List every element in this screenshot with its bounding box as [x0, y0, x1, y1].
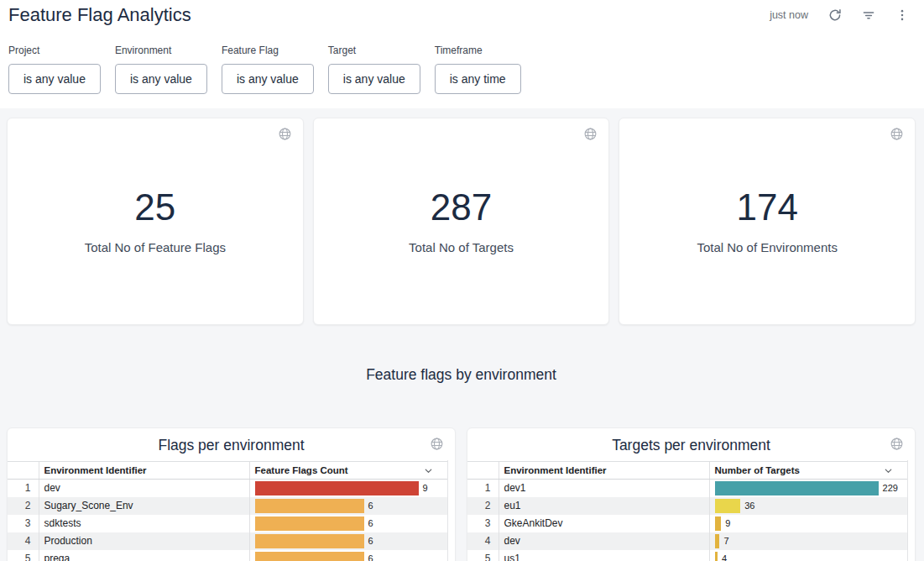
- kpi-value: 287: [431, 189, 492, 226]
- filter-group-timeframe: Timeframe is any time: [435, 45, 521, 94]
- row-index: 3: [8, 515, 39, 532]
- row-index: 1: [8, 480, 39, 497]
- table-row: 3 sdktests 6: [8, 515, 447, 532]
- bar-value: 4: [722, 553, 727, 561]
- target-filter-button[interactable]: is any value: [328, 64, 420, 94]
- table-row: 4 dev 7: [467, 532, 907, 550]
- row-index-header: [467, 462, 499, 480]
- dashboard-topbar: Feature Flag Analytics just now: [0, 0, 924, 39]
- tile-title: Flags per environment: [8, 436, 455, 454]
- table-row: 2 Sugary_Scone_Env 6: [8, 497, 447, 515]
- bar-value: 6: [368, 553, 373, 561]
- bar-cell: 7: [709, 532, 907, 550]
- section-title: Feature flags by environment: [7, 365, 916, 384]
- bar: [255, 481, 419, 495]
- bar-value: 6: [368, 518, 373, 528]
- row-index: 1: [467, 480, 499, 497]
- project-filter-button[interactable]: is any value: [8, 64, 101, 94]
- globe-icon: [583, 127, 598, 141]
- kpi-label: Total No of Targets: [409, 240, 514, 254]
- bar-value: 6: [368, 501, 373, 511]
- feature-flag-filter-button[interactable]: is any value: [222, 64, 314, 94]
- filter-label: Target: [328, 45, 420, 56]
- row-index: 4: [467, 532, 499, 550]
- table-row: 1 dev 9: [8, 480, 447, 497]
- chevron-down-icon[interactable]: [883, 465, 894, 476]
- bar-cell: 9: [249, 480, 447, 497]
- filter-label: Timeframe: [435, 45, 521, 56]
- flags-per-environment-card: Flags per environment Environment Identi…: [7, 427, 456, 561]
- bar: [255, 516, 364, 531]
- bar: [715, 499, 741, 513]
- table-row: 4 Production 6: [8, 532, 447, 550]
- bar-cell: 4: [709, 550, 907, 561]
- kpi-card-environments: 174 Total No of Environments: [619, 118, 916, 325]
- bar: [255, 552, 364, 561]
- table-row: 5 us1 4: [467, 550, 907, 561]
- tile-title: Targets per environment: [467, 436, 915, 454]
- table-row: 5 prega 6: [8, 550, 447, 561]
- bar-cell: 36: [709, 497, 907, 515]
- filter-label: Environment: [115, 45, 207, 56]
- globe-icon: [890, 437, 904, 451]
- filter-bar: Project is any value Environment is any …: [0, 39, 924, 108]
- table-row: 3 GkeAnkitDev 9: [467, 515, 907, 532]
- table-header-row: Environment Identifier Number of Targets: [467, 462, 907, 480]
- column-header-count[interactable]: Number of Targets: [709, 462, 907, 480]
- kpi-label: Total No of Feature Flags: [85, 240, 226, 254]
- environment-identifier-cell: Production: [39, 532, 249, 550]
- bar-cell: 229: [709, 480, 907, 497]
- table-header-row: Environment Identifier Feature Flags Cou…: [8, 462, 447, 480]
- column-header-label: Feature Flags Count: [255, 465, 348, 475]
- bar-value: 6: [368, 536, 373, 546]
- column-header-count[interactable]: Feature Flags Count: [249, 462, 447, 480]
- environment-identifier-cell: dev1: [499, 480, 709, 497]
- column-header-identifier[interactable]: Environment Identifier: [39, 462, 249, 480]
- column-header-label: Number of Targets: [715, 465, 800, 475]
- targets-table: Environment Identifier Number of Targets…: [467, 461, 907, 561]
- topbar-controls: just now: [770, 7, 911, 24]
- bar-value: 36: [744, 501, 754, 511]
- bar: [715, 516, 722, 531]
- bar: [715, 552, 718, 561]
- timeframe-filter-button[interactable]: is any time: [435, 64, 521, 94]
- row-index: 2: [8, 497, 39, 515]
- table-scrollbar[interactable]: [907, 460, 908, 561]
- targets-per-environment-card: Targets per environment Environment Iden…: [467, 427, 916, 561]
- environment-filter-button[interactable]: is any value: [115, 64, 207, 94]
- environment-identifier-cell: Sugary_Scone_Env: [39, 497, 249, 515]
- bar-cell: 6: [249, 497, 447, 515]
- bar-value: 229: [883, 483, 898, 493]
- table-scrollbar[interactable]: [447, 460, 448, 561]
- kpi-card-targets: 287 Total No of Targets: [313, 118, 610, 325]
- flags-table: Environment Identifier Feature Flags Cou…: [8, 461, 447, 561]
- last-refreshed-label: just now: [770, 9, 808, 21]
- row-index: 5: [8, 550, 39, 561]
- globe-icon: [890, 127, 904, 141]
- environment-identifier-cell: us1: [499, 550, 709, 561]
- bar-value: 7: [723, 536, 728, 546]
- kpi-value: 25: [134, 189, 175, 226]
- globe-icon: [430, 437, 444, 451]
- bar: [255, 534, 364, 548]
- globe-icon: [278, 127, 292, 141]
- bar: [715, 481, 879, 495]
- filter-group-target: Target is any value: [328, 45, 420, 94]
- filter-label: Feature Flag: [222, 45, 314, 56]
- environment-identifier-cell: prega: [39, 550, 249, 561]
- chevron-down-icon[interactable]: [423, 465, 434, 476]
- bar-cell: 6: [249, 532, 447, 550]
- column-header-identifier[interactable]: Environment Identifier: [499, 462, 709, 480]
- row-index: 3: [467, 515, 499, 532]
- filter-icon[interactable]: [860, 7, 877, 24]
- row-index: 5: [467, 550, 499, 561]
- kebab-menu-icon[interactable]: [894, 7, 911, 24]
- environment-identifier-cell: eu1: [499, 497, 709, 515]
- kpi-label: Total No of Environments: [697, 240, 838, 254]
- bar: [715, 534, 720, 548]
- kpi-value: 174: [736, 189, 797, 226]
- refresh-icon[interactable]: [827, 7, 843, 24]
- bar-value: 9: [423, 483, 428, 493]
- bar-cell: 6: [249, 515, 447, 532]
- environment-identifier-cell: sdktests: [39, 515, 249, 532]
